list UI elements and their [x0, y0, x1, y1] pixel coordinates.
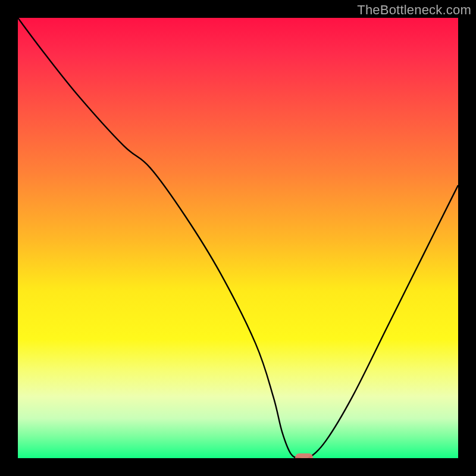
optimal-marker [295, 453, 313, 458]
chart-frame: TheBottleneck.com [0, 0, 476, 476]
bottleneck-curve [18, 18, 458, 458]
curve-layer [18, 18, 458, 458]
attribution-label: TheBottleneck.com [357, 2, 471, 18]
plot-area [18, 18, 458, 458]
